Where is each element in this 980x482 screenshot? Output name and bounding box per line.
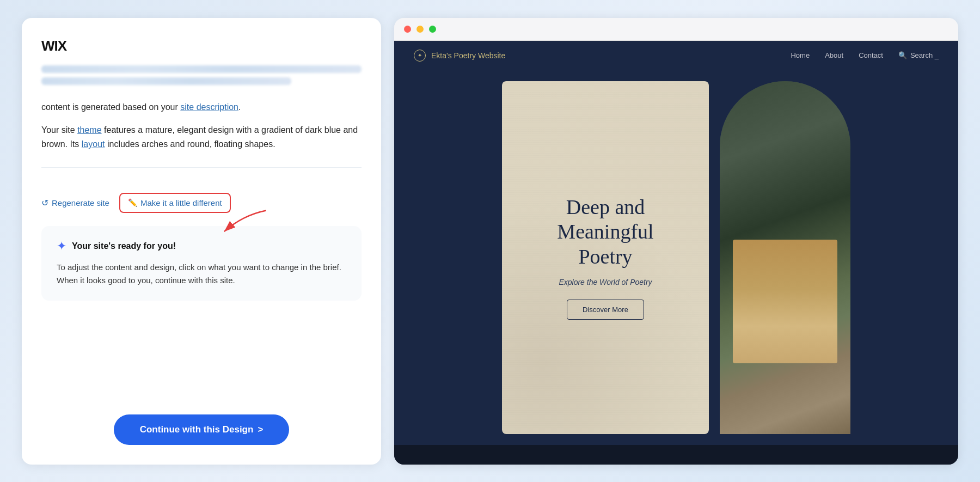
website-frame: ✦ Ekta's Poetry Website Home About Conta…: [394, 41, 958, 465]
brand-icon: ✦: [414, 50, 426, 62]
hero-center-card: Deep and Meaningful Poetry Explore the W…: [502, 81, 709, 434]
continue-design-button[interactable]: Continue with this Design >: [114, 414, 290, 445]
nav-links: Home About Contact 🔍 Search _: [791, 51, 939, 59]
nav-link-about[interactable]: About: [825, 51, 843, 59]
continue-btn-container: Continue with this Design >: [41, 393, 362, 445]
ready-title: Your site's ready for you!: [72, 241, 176, 251]
theme-link[interactable]: theme: [77, 125, 101, 135]
divider-1: [41, 167, 362, 168]
glasses-frame: [739, 324, 831, 328]
hero-right-image: [720, 81, 850, 434]
search-icon: 🔍: [898, 51, 907, 59]
right-panel: ✦ Ekta's Poetry Website Home About Conta…: [394, 18, 958, 465]
browser-dot-yellow: [416, 26, 424, 33]
nav-brand: ✦ Ekta's Poetry Website: [414, 50, 505, 62]
layout-link[interactable]: layout: [82, 139, 105, 149]
hero-subtitle: Explore the World of Poetry: [559, 278, 652, 286]
action-area: ↺ Regenerate site ✏️ Make it a little di…: [41, 183, 362, 213]
blurred-line-1: [41, 65, 362, 73]
glasses-left-lens: [743, 327, 776, 335]
sparkle-icon: ✦: [57, 239, 66, 253]
browser-dot-red: [404, 26, 411, 33]
action-buttons-row: ↺ Regenerate site ✏️ Make it a little di…: [41, 193, 362, 213]
nav-link-home[interactable]: Home: [791, 51, 810, 59]
website-footer-bar: [394, 445, 958, 465]
mug: [816, 271, 835, 292]
regenerate-site-button[interactable]: ↺ Regenerate site: [41, 196, 109, 210]
hero-title: Deep and Meaningful Poetry: [557, 195, 653, 270]
wix-logo: WIX: [41, 38, 362, 54]
website-nav: ✦ Ekta's Poetry Website Home About Conta…: [394, 41, 958, 70]
site-description-link[interactable]: site description: [180, 102, 238, 112]
website-hero: Deep and Meaningful Poetry Explore the W…: [394, 70, 958, 445]
pencil-icon: ✏️: [128, 198, 137, 207]
brand-name: Ekta's Poetry Website: [431, 51, 505, 60]
main-container: WIX content is generated based on your s…: [11, 7, 969, 475]
description-paragraph-2: Your site theme features a mature, elega…: [41, 123, 362, 152]
nav-search[interactable]: 🔍 Search _: [898, 51, 939, 59]
left-panel: WIX content is generated based on your s…: [22, 18, 381, 465]
ready-card: ✦ Your site's ready for you! To adjust t…: [41, 226, 362, 301]
nav-link-contact[interactable]: Contact: [859, 51, 883, 59]
ready-body-text: To adjust the content and design, click …: [57, 261, 346, 288]
browser-chrome: [394, 18, 958, 41]
regenerate-icon: ↺: [41, 198, 48, 208]
discover-more-button[interactable]: Discover More: [567, 300, 644, 320]
browser-dot-green: [429, 26, 436, 33]
blurred-line-2: [41, 77, 291, 85]
search-label: Search _: [910, 51, 939, 59]
description-paragraph-1: content is generated based on your site …: [41, 100, 362, 114]
make-different-button[interactable]: ✏️ Make it a little different: [119, 193, 231, 213]
hero-image-placeholder: [720, 81, 850, 434]
glasses-right-lens: [794, 327, 827, 335]
ready-header: ✦ Your site's ready for you!: [57, 239, 346, 253]
